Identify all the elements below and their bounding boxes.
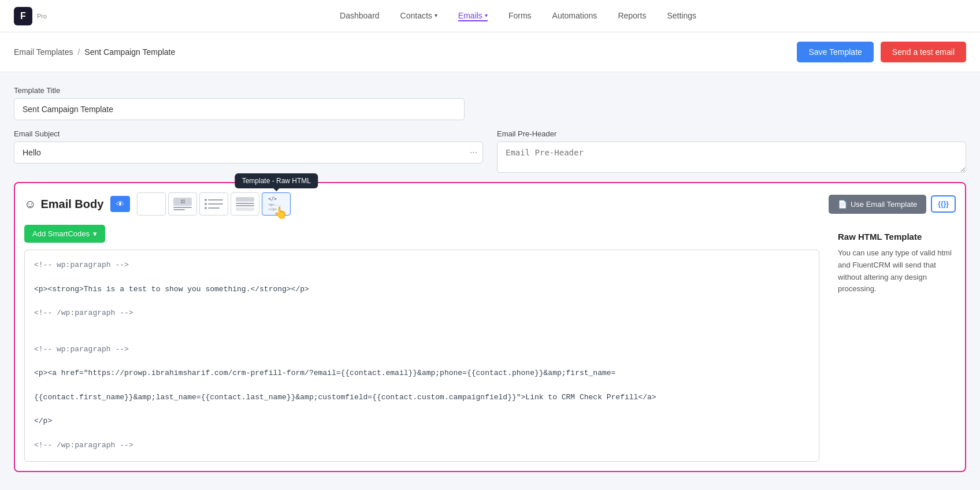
breadcrumb: Email Templates / Sent Campaign Template [14, 47, 175, 57]
dropdown-chevron-icon: ▾ [93, 229, 97, 238]
editor-area: Add SmartCodes ▾ <!-- wp:paragraph --> <… [24, 225, 819, 462]
raw-html-tooltip: Template - Raw HTML [235, 173, 318, 188]
contacts-chevron: ▾ [435, 12, 437, 18]
code-line-4: <!-- wp:paragraph --> [34, 344, 810, 356]
right-panel-description: You can use any type of valid html and F… [838, 247, 956, 295]
template-title-label: Template Title [14, 86, 966, 95]
code-editor[interactable]: <!-- wp:paragraph --> <p><strong>This is… [24, 250, 819, 462]
template-icon-raw-html[interactable]: Template - Raw HTML </> <p>...</p> 👆 [262, 192, 291, 216]
template-icon: 📄 [838, 200, 847, 209]
use-email-template-button[interactable]: 📄 Use Email Template [829, 195, 926, 214]
template-type-icons: 🖼 [137, 192, 291, 216]
code-line-5: <p><a href="https://prowp.ibrahimsharif.… [34, 368, 810, 380]
nav-logo: F Pro [14, 7, 47, 25]
subject-options-icon[interactable]: ··· [470, 147, 477, 158]
nav-reports[interactable]: Reports [618, 11, 646, 21]
code-line-7: </p> [34, 415, 810, 428]
breadcrumb-parent[interactable]: Email Templates [14, 47, 73, 57]
template-icon-image[interactable]: 🖼 [168, 192, 197, 216]
add-smartcodes-button[interactable]: Add SmartCodes ▾ [24, 225, 105, 243]
email-body-title: ☺ Email Body [24, 198, 103, 211]
smartcodes-button[interactable]: {{}} [931, 195, 956, 213]
template-icon-text[interactable] [137, 192, 166, 216]
send-test-email-button[interactable]: Send a test email [881, 42, 966, 62]
email-preheader-input[interactable] [497, 142, 966, 173]
smiley-icon: ☺ [24, 198, 36, 211]
image-template-icon: 🖼 [173, 198, 192, 210]
template-title-group: Template Title [14, 86, 966, 120]
email-subject-wrapper: ··· [14, 142, 483, 164]
emails-chevron: ▾ [485, 12, 488, 18]
email-body-section: ☺ Email Body 👁 [14, 182, 966, 472]
classic-template-icon [236, 197, 254, 211]
email-subject-input[interactable] [14, 142, 483, 164]
email-subject-group: Email Subject ··· [14, 129, 483, 173]
nav-settings[interactable]: Settings [667, 11, 696, 21]
nav-dashboard[interactable]: Dashboard [340, 11, 380, 21]
code-line-6: {{contact.first_name}}&amp;last_name={{c… [34, 392, 810, 404]
template-icon-list[interactable] [199, 192, 228, 216]
breadcrumb-separator: / [77, 47, 80, 57]
breadcrumb-current: Sent Campaign Template [84, 47, 175, 57]
right-panel-title: Raw HTML Template [838, 232, 956, 242]
template-icon-classic[interactable] [231, 192, 259, 216]
nav-contacts[interactable]: Contacts ▾ [400, 11, 437, 21]
code-line-8: <!-- /wp:paragraph --> [34, 440, 810, 452]
code-line-3: <!-- /wp:paragraph --> [34, 307, 810, 320]
main-content: Template Title Email Subject ··· Email P… [0, 72, 980, 486]
nav-emails[interactable]: Emails ▾ [458, 11, 488, 21]
logo-icon: F [14, 7, 32, 25]
email-preheader-label: Email Pre-Header [497, 129, 966, 138]
email-body-left: ☺ Email Body 👁 [24, 192, 291, 216]
nav-automations[interactable]: Automations [552, 11, 597, 21]
breadcrumb-actions: Save Template Send a test email [797, 42, 966, 62]
eye-icon: 👁 [116, 199, 124, 209]
list-template-icon [205, 199, 223, 209]
email-preheader-group: Email Pre-Header [497, 129, 966, 173]
view-toggle-button[interactable]: 👁 [110, 196, 130, 212]
subject-preheader-row: Email Subject ··· Email Pre-Header [14, 129, 966, 173]
email-body-right: 📄 Use Email Template {{}} [829, 195, 956, 214]
top-navigation: F Pro Dashboard Contacts ▾ Emails ▾ Form… [0, 0, 980, 32]
template-title-input[interactable] [14, 98, 465, 120]
save-template-button[interactable]: Save Template [797, 42, 873, 62]
right-panel: Raw HTML Template You can use any type o… [829, 225, 956, 462]
nav-links: Dashboard Contacts ▾ Emails ▾ Forms Auto… [70, 11, 966, 21]
code-line-2: <p><strong>This is a test to show you so… [34, 284, 810, 296]
pro-badge: Pro [37, 13, 47, 20]
template-title-section: Template Title [14, 86, 966, 120]
nav-forms[interactable]: Forms [508, 11, 532, 21]
breadcrumb-bar: Email Templates / Sent Campaign Template… [0, 32, 980, 72]
email-body-header: ☺ Email Body 👁 [24, 192, 956, 216]
cursor-icon: 👆 [273, 206, 288, 220]
code-line-1: <!-- wp:paragraph --> [34, 259, 810, 272]
email-body-content: Add SmartCodes ▾ <!-- wp:paragraph --> <… [24, 225, 956, 462]
email-subject-label: Email Subject [14, 129, 483, 138]
